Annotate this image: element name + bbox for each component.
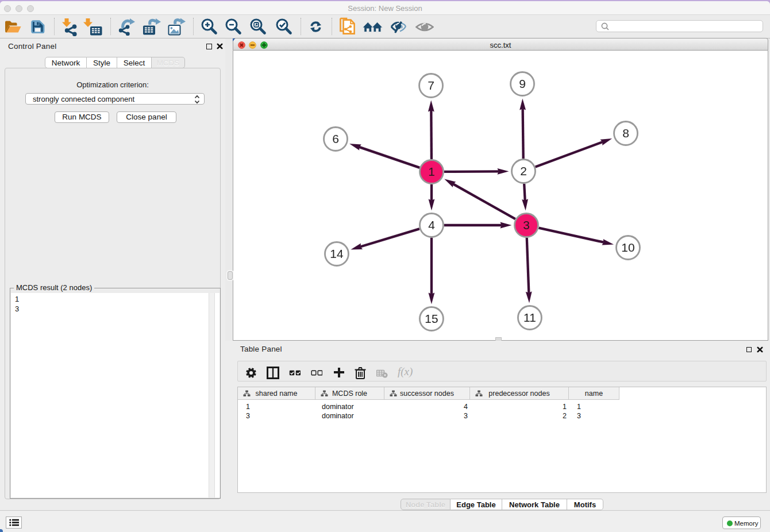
svg-text:1: 1 (428, 165, 435, 178)
svg-text:14: 14 (330, 247, 344, 260)
svg-text:4: 4 (428, 218, 435, 232)
svg-text:9: 9 (519, 77, 526, 90)
svg-text:15: 15 (425, 312, 438, 325)
svg-text:3: 3 (523, 218, 530, 232)
svg-text:2: 2 (520, 164, 527, 178)
svg-text:8: 8 (622, 126, 629, 140)
svg-text:6: 6 (332, 132, 339, 145)
svg-text:7: 7 (428, 79, 434, 92)
svg-text:11: 11 (523, 311, 536, 324)
svg-text:10: 10 (621, 241, 634, 254)
